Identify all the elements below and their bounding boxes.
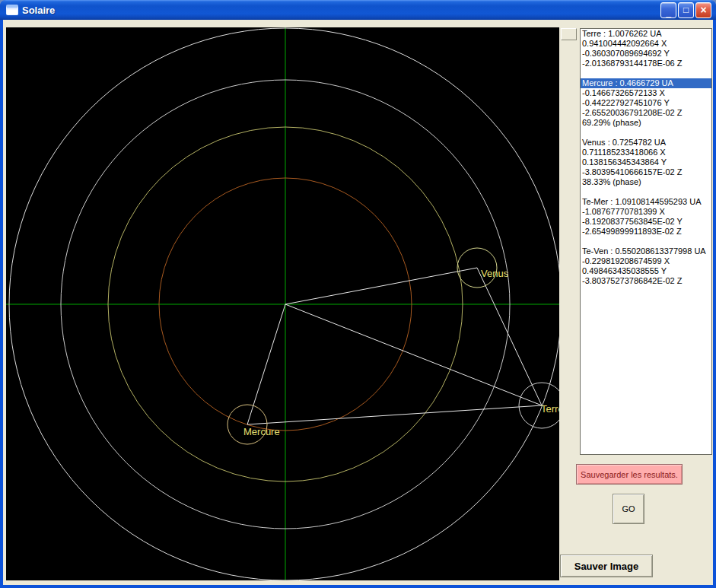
list-item[interactable]: -1.08767770781399 X: [581, 207, 711, 217]
app-icon: [6, 5, 18, 15]
save-results-label: Sauvegarder les resultats.: [581, 470, 678, 479]
close-icon: ×: [700, 4, 706, 16]
list-item[interactable]: -2.01368793144178E-06 Z: [581, 59, 711, 68]
solaire-window: Solaire _ □ × Ve: [0, 0, 716, 588]
list-item[interactable]: Te-Mer : 1.09108144595293 UA: [581, 197, 711, 207]
go-button[interactable]: GO: [613, 494, 644, 524]
list-item[interactable]: -0.229819208674599 X: [581, 256, 711, 266]
save-image-label: Sauver Image: [574, 561, 639, 572]
save-results-button[interactable]: Sauvegarder les resultats.: [576, 464, 683, 485]
minimize-icon: _: [666, 8, 671, 18]
list-item[interactable]: Terre : 1.0076262 UA: [581, 29, 711, 39]
title-bar[interactable]: Solaire _ □ ×: [0, 0, 716, 20]
orbit-canvas: Venus Mercure Terre: [6, 27, 559, 580]
mercure-label: Mercure: [243, 426, 280, 437]
list-item[interactable]: [581, 128, 711, 138]
list-item[interactable]: [581, 68, 711, 78]
list-item[interactable]: [581, 187, 711, 197]
list-item[interactable]: -2.65520036791208E-02 Z: [581, 108, 711, 118]
list-item[interactable]: [581, 237, 711, 246]
maximize-icon: □: [683, 5, 689, 15]
minimize-button[interactable]: _: [660, 2, 676, 18]
client-area: Venus Mercure Terre Terre : 1.0076262 UA…: [3, 20, 713, 585]
list-item[interactable]: -0.442227927451076 Y: [581, 98, 711, 108]
list-item[interactable]: -3.80375273786842E-02 Z: [581, 276, 711, 286]
maximize-button[interactable]: □: [678, 2, 694, 18]
terre-label: Terre: [541, 403, 559, 415]
list-item[interactable]: 0.138156345343864 Y: [581, 157, 711, 167]
list-item[interactable]: -3.80395410666157E-02 Z: [581, 167, 711, 177]
close-button[interactable]: ×: [695, 2, 711, 18]
list-item[interactable]: 0.711185233418066 X: [581, 148, 711, 157]
list-item[interactable]: -2.65499899911893E-02 Z: [581, 227, 711, 237]
list-item[interactable]: -8.19208377563845E-02 Y: [581, 217, 711, 227]
list-item[interactable]: 69.29% (phase): [581, 118, 711, 128]
scrollbar-thumb[interactable]: [561, 28, 577, 40]
list-item[interactable]: 38.33% (phase): [581, 177, 711, 187]
list-item[interactable]: Te-Ven : 0.550208613377998 UA: [581, 246, 711, 256]
list-item[interactable]: -0.360307089694692 Y: [581, 49, 711, 59]
list-item[interactable]: 0.941004442092664 X: [581, 39, 711, 49]
save-image-button[interactable]: Sauver Image: [560, 555, 653, 577]
list-item[interactable]: 0.498463435038555 Y: [581, 266, 711, 276]
go-label: GO: [622, 504, 635, 513]
list-item[interactable]: Venus : 0.7254782 UA: [581, 138, 711, 148]
results-listbox[interactable]: Terre : 1.0076262 UA0.941004442092664 X-…: [580, 28, 712, 455]
window-title: Solaire: [22, 5, 659, 16]
venus-label: Venus: [481, 268, 509, 279]
list-item[interactable]: -0.14667326572133 X: [581, 88, 711, 98]
list-item[interactable]: Mercure : 0.4666729 UA: [581, 78, 711, 88]
